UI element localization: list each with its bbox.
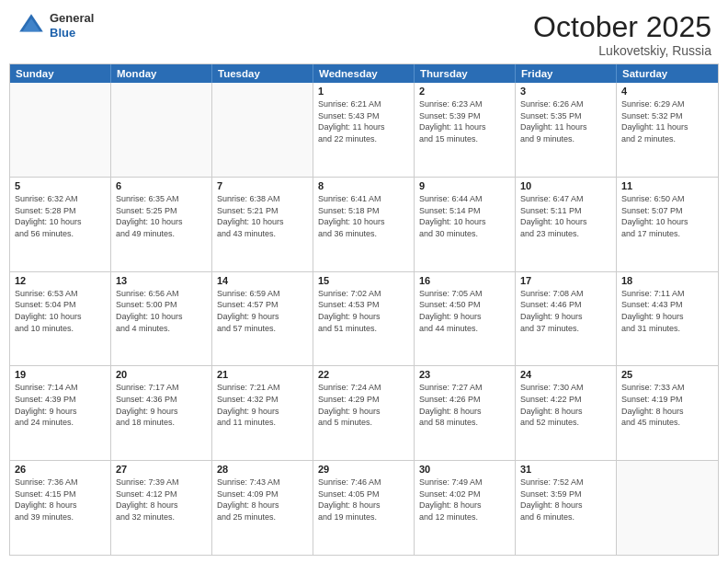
logo-blue-label: Blue [50,26,94,40]
calendar-day-16: 16Sunrise: 7:05 AM Sunset: 4:50 PM Dayli… [415,272,516,366]
day-info: Sunrise: 6:32 AM Sunset: 5:28 PM Dayligh… [15,193,106,239]
day-number: 13 [116,275,207,286]
day-number: 2 [419,86,510,97]
calendar-day-17: 17Sunrise: 7:08 AM Sunset: 4:46 PM Dayli… [516,272,617,366]
calendar-location: Lukovetskiy, Russia [533,43,711,58]
day-number: 25 [621,369,713,380]
calendar-day-13: 13Sunrise: 6:56 AM Sunset: 5:00 PM Dayli… [111,272,212,366]
day-number: 17 [520,275,611,286]
day-number: 4 [621,86,713,97]
calendar-day-23: 23Sunrise: 7:27 AM Sunset: 4:26 PM Dayli… [415,366,516,460]
calendar-day-21: 21Sunrise: 7:21 AM Sunset: 4:32 PM Dayli… [212,366,313,460]
calendar-day-30: 30Sunrise: 7:49 AM Sunset: 4:02 PM Dayli… [415,461,516,555]
calendar-week-3: 12Sunrise: 6:53 AM Sunset: 5:04 PM Dayli… [10,271,718,366]
day-info: Sunrise: 6:23 AM Sunset: 5:39 PM Dayligh… [419,98,510,144]
logo: General Blue [17,11,94,40]
weekday-header-sunday: Sunday [10,64,111,83]
calendar-title: October 2025 [533,11,711,43]
day-info: Sunrise: 6:59 AM Sunset: 4:57 PM Dayligh… [217,288,308,334]
calendar-day-15: 15Sunrise: 7:02 AM Sunset: 4:53 PM Dayli… [313,272,415,366]
day-number: 31 [520,464,611,475]
day-number: 11 [621,180,713,191]
calendar-header-row: SundayMondayTuesdayWednesdayThursdayFrid… [10,64,718,83]
title-block: October 2025 Lukovetskiy, Russia [533,11,711,58]
calendar-day-20: 20Sunrise: 7:17 AM Sunset: 4:36 PM Dayli… [111,366,212,460]
day-info: Sunrise: 6:53 AM Sunset: 5:04 PM Dayligh… [15,288,106,334]
day-number: 19 [15,369,106,380]
calendar-day-10: 10Sunrise: 6:47 AM Sunset: 5:11 PM Dayli… [516,178,617,271]
day-info: Sunrise: 7:05 AM Sunset: 4:50 PM Dayligh… [419,288,510,334]
day-info: Sunrise: 6:29 AM Sunset: 5:32 PM Dayligh… [621,98,713,144]
day-info: Sunrise: 7:49 AM Sunset: 4:02 PM Dayligh… [419,477,510,523]
calendar-day-empty [617,461,718,555]
calendar: SundayMondayTuesdayWednesdayThursdayFrid… [9,63,719,556]
day-info: Sunrise: 7:14 AM Sunset: 4:39 PM Dayligh… [15,382,106,428]
calendar-day-28: 28Sunrise: 7:43 AM Sunset: 4:09 PM Dayli… [212,461,313,555]
day-number: 7 [217,180,308,191]
calendar-day-empty [212,83,313,177]
calendar-day-22: 22Sunrise: 7:24 AM Sunset: 4:29 PM Dayli… [313,366,415,460]
day-number: 18 [621,275,713,286]
day-number: 22 [318,369,409,380]
calendar-day-19: 19Sunrise: 7:14 AM Sunset: 4:39 PM Dayli… [10,366,111,460]
calendar-day-1: 1Sunrise: 6:21 AM Sunset: 5:43 PM Daylig… [313,83,415,177]
calendar-week-2: 5Sunrise: 6:32 AM Sunset: 5:28 PM Daylig… [10,177,718,271]
day-info: Sunrise: 7:43 AM Sunset: 4:09 PM Dayligh… [217,477,308,523]
day-number: 27 [116,464,207,475]
calendar-week-1: 1Sunrise: 6:21 AM Sunset: 5:43 PM Daylig… [10,83,718,177]
logo-general-label: General [50,11,94,26]
day-number: 20 [116,369,207,380]
calendar-day-3: 3Sunrise: 6:26 AM Sunset: 5:35 PM Daylig… [516,83,617,177]
day-number: 5 [15,180,106,191]
day-number: 8 [318,180,409,191]
calendar-day-27: 27Sunrise: 7:39 AM Sunset: 4:12 PM Dayli… [111,461,212,555]
day-number: 21 [217,369,308,380]
day-info: Sunrise: 7:02 AM Sunset: 4:53 PM Dayligh… [318,288,409,334]
calendar-body: 1Sunrise: 6:21 AM Sunset: 5:43 PM Daylig… [10,83,718,555]
day-number: 10 [520,180,611,191]
day-info: Sunrise: 6:26 AM Sunset: 5:35 PM Dayligh… [520,98,611,144]
day-info: Sunrise: 7:24 AM Sunset: 4:29 PM Dayligh… [318,382,409,428]
weekday-header-tuesday: Tuesday [212,64,313,83]
day-number: 9 [419,180,510,191]
day-number: 3 [520,86,611,97]
day-number: 29 [318,464,409,475]
calendar-week-4: 19Sunrise: 7:14 AM Sunset: 4:39 PM Dayli… [10,365,718,460]
day-info: Sunrise: 7:36 AM Sunset: 4:15 PM Dayligh… [15,477,106,523]
page: General Blue October 2025 Lukovetskiy, R… [0,0,728,563]
calendar-week-5: 26Sunrise: 7:36 AM Sunset: 4:15 PM Dayli… [10,460,718,555]
day-number: 24 [520,369,611,380]
calendar-day-29: 29Sunrise: 7:46 AM Sunset: 4:05 PM Dayli… [313,461,415,555]
calendar-day-11: 11Sunrise: 6:50 AM Sunset: 5:07 PM Dayli… [617,178,718,271]
calendar-day-2: 2Sunrise: 6:23 AM Sunset: 5:39 PM Daylig… [415,83,516,177]
calendar-day-12: 12Sunrise: 6:53 AM Sunset: 5:04 PM Dayli… [10,272,111,366]
calendar-day-5: 5Sunrise: 6:32 AM Sunset: 5:28 PM Daylig… [10,178,111,271]
day-info: Sunrise: 7:33 AM Sunset: 4:19 PM Dayligh… [621,382,713,428]
weekday-header-monday: Monday [111,64,212,83]
day-info: Sunrise: 7:17 AM Sunset: 4:36 PM Dayligh… [116,382,207,428]
day-number: 16 [419,275,510,286]
day-info: Sunrise: 6:38 AM Sunset: 5:21 PM Dayligh… [217,193,308,239]
day-number: 14 [217,275,308,286]
calendar-day-empty [10,83,111,177]
weekday-header-friday: Friday [516,64,617,83]
weekday-header-thursday: Thursday [415,64,516,83]
day-number: 6 [116,180,207,191]
day-info: Sunrise: 7:27 AM Sunset: 4:26 PM Dayligh… [419,382,510,428]
day-number: 12 [15,275,106,286]
calendar-day-14: 14Sunrise: 6:59 AM Sunset: 4:57 PM Dayli… [212,272,313,366]
calendar-day-6: 6Sunrise: 6:35 AM Sunset: 5:25 PM Daylig… [111,178,212,271]
logo-icon [17,11,46,40]
calendar-day-4: 4Sunrise: 6:29 AM Sunset: 5:32 PM Daylig… [617,83,718,177]
day-number: 1 [318,86,409,97]
day-info: Sunrise: 7:08 AM Sunset: 4:46 PM Dayligh… [520,288,611,334]
day-info: Sunrise: 6:44 AM Sunset: 5:14 PM Dayligh… [419,193,510,239]
calendar-day-26: 26Sunrise: 7:36 AM Sunset: 4:15 PM Dayli… [10,461,111,555]
day-info: Sunrise: 6:47 AM Sunset: 5:11 PM Dayligh… [520,193,611,239]
day-number: 30 [419,464,510,475]
day-info: Sunrise: 6:41 AM Sunset: 5:18 PM Dayligh… [318,193,409,239]
day-number: 26 [15,464,106,475]
calendar-day-25: 25Sunrise: 7:33 AM Sunset: 4:19 PM Dayli… [617,366,718,460]
day-info: Sunrise: 7:30 AM Sunset: 4:22 PM Dayligh… [520,382,611,428]
day-number: 28 [217,464,308,475]
